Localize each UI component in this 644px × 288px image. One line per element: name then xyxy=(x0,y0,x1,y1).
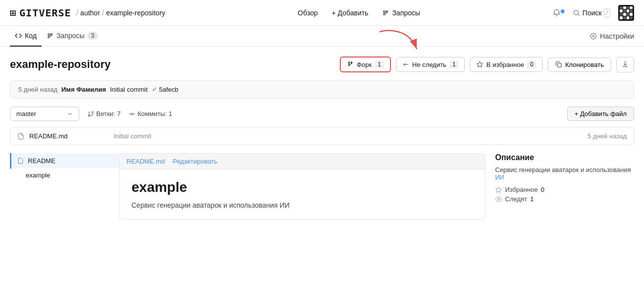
readme-description: Сервис генерации аватарок и использовани… xyxy=(131,201,473,209)
search-icon xyxy=(573,9,580,17)
readme-nav-bar: README.md Редактировать xyxy=(119,153,485,169)
branches-count: 7 xyxy=(117,110,121,117)
nav-overview[interactable]: Обзор xyxy=(298,9,318,17)
avatar[interactable] xyxy=(618,5,634,21)
fork-btn-icon xyxy=(347,61,354,68)
sidebar-stat-favorite: Избранное 0 xyxy=(495,186,634,193)
svg-point-0 xyxy=(574,10,579,14)
repo-title: example-repository xyxy=(10,58,340,71)
fork-btn-wrapper: Форк 1 xyxy=(340,57,391,72)
file-commit-msg: Initial commit xyxy=(114,132,582,140)
sidebar-desc-text: Сервис генерации аватарок и использовани… xyxy=(495,166,631,173)
nav-requests[interactable]: Запросы xyxy=(382,9,420,17)
tab-requests-label: Запросы xyxy=(57,32,84,40)
branches-label: Ветки: xyxy=(96,110,115,117)
clone-label: Клонировать xyxy=(565,61,604,68)
svg-point-3 xyxy=(131,113,133,115)
file-list: README.md Initial commit 5 дней назад xyxy=(10,127,634,145)
sidebar-stat-followers: Следят 1 xyxy=(495,195,634,203)
unfollow-icon xyxy=(402,61,409,68)
sidebar-favorite-label: Избранное xyxy=(505,186,538,193)
favorite-count: 0 xyxy=(527,60,536,68)
chevron-down-icon xyxy=(67,111,73,117)
fork-btn-label: Форк xyxy=(357,61,372,68)
content-area: README example README.md Редактировать e… xyxy=(10,153,634,220)
sidebar-desc: Сервис генерации аватарок и использовани… xyxy=(495,166,634,181)
repo-header: example-repository Форк 1 xyxy=(10,57,634,72)
fork-btn[interactable]: Форк 1 xyxy=(340,57,391,72)
check-icon: ✓ xyxy=(152,86,157,93)
branch-meta: Ветки: 7 Коммиты: 1 xyxy=(87,110,172,117)
topnav-center: Обзор + Добавить Запросы xyxy=(165,9,553,17)
favorite-label: В избранное xyxy=(486,61,524,68)
topnav: ⊞ GITVERSE / author / example-repository… xyxy=(0,0,644,26)
bell-badge xyxy=(561,9,565,13)
commit-message: Initial commit xyxy=(110,86,148,93)
sidebar-desc-link[interactable]: ИИ xyxy=(495,173,505,181)
file-name[interactable]: README.md xyxy=(29,132,109,140)
file-time: 5 дней назад xyxy=(587,132,627,140)
tab-code-label: Код xyxy=(25,32,37,40)
sidebar: Описание Сервис генерации аватарок и исп… xyxy=(495,153,634,220)
sidebar-star-icon xyxy=(495,186,502,193)
download-btn[interactable] xyxy=(616,57,634,72)
readme-nav-readme[interactable]: README xyxy=(10,153,119,169)
main-content: example-repository Форк 1 xyxy=(0,47,644,230)
topnav-right: Поиск / xyxy=(553,5,634,21)
favorite-btn[interactable]: В избранное 0 xyxy=(470,57,543,72)
commit-hash-value[interactable]: 5afecb xyxy=(159,86,179,93)
commit-author[interactable]: Имя Фамилия xyxy=(62,86,106,93)
fork-tab-icon xyxy=(47,32,54,39)
readme-edit-btn[interactable]: Редактировать xyxy=(173,158,217,165)
readme-title: example xyxy=(131,179,473,195)
star-icon xyxy=(476,61,483,68)
commits-label: Коммиты: xyxy=(137,110,167,117)
readme-left-nav: README example xyxy=(10,153,119,220)
fork-btn-count: 1 xyxy=(375,60,384,68)
logo[interactable]: ⊞ GITVERSE xyxy=(10,7,71,19)
add-file-btn[interactable]: + Добавить файл xyxy=(567,107,634,121)
settings-btn[interactable]: Настройки xyxy=(590,32,634,40)
search-shortcut: / xyxy=(604,8,610,17)
unfollow-btn[interactable]: Не следить 1 xyxy=(396,57,465,72)
sidebar-title: Описание xyxy=(495,153,634,162)
commit-time: 5 дней назад xyxy=(18,86,58,93)
svg-point-4 xyxy=(498,198,500,200)
tab-requests-badge: 3 xyxy=(87,32,98,40)
readme-area: README example README.md Редактировать e… xyxy=(10,153,485,220)
file-icon xyxy=(17,133,24,140)
commits-icon xyxy=(129,111,135,117)
branch-name: master xyxy=(16,110,36,117)
branches-count-item: Ветки: 7 xyxy=(87,110,121,117)
sidebar-followers-label: Следят xyxy=(505,195,527,203)
unfollow-label: Не следить xyxy=(412,61,447,68)
clone-btn[interactable]: Клонировать xyxy=(548,58,611,72)
readme-body: example Сервис генерации аватарок и испо… xyxy=(119,169,485,220)
tab-code[interactable]: Код xyxy=(10,26,42,47)
code-icon xyxy=(15,32,22,39)
settings-label: Настройки xyxy=(600,32,634,40)
bell-icon xyxy=(553,9,561,17)
svg-rect-2 xyxy=(558,63,562,67)
sidebar-followers-count: 1 xyxy=(530,195,534,203)
search-btn[interactable]: Поиск / xyxy=(573,8,610,17)
breadcrumb-sep2: / xyxy=(102,8,104,17)
breadcrumb-author[interactable]: author xyxy=(80,9,100,17)
tab-requests[interactable]: Запросы 3 xyxy=(42,26,103,47)
branches-icon xyxy=(87,111,94,117)
branch-select[interactable]: master xyxy=(10,107,79,121)
breadcrumb: ⊞ GITVERSE / author / example-repository xyxy=(10,7,165,19)
commits-count-item: Коммиты: 1 xyxy=(129,110,172,117)
commits-count: 1 xyxy=(169,110,172,117)
fork-icon xyxy=(382,9,389,16)
readme-nav-example[interactable]: example xyxy=(10,169,119,182)
download-icon xyxy=(622,60,629,67)
nav-add[interactable]: + Добавить xyxy=(331,9,368,17)
repo-actions: Форк 1 Не следить 1 В избранное 0 Клонир… xyxy=(340,57,634,72)
settings-icon xyxy=(590,33,597,40)
breadcrumb-repo[interactable]: example-repository xyxy=(106,9,165,17)
commit-bar: 5 дней назад Имя Фамилия Initial commit … xyxy=(10,80,634,99)
readme-file-link[interactable]: README.md xyxy=(127,158,165,165)
bell-btn[interactable] xyxy=(553,9,565,17)
readme-nav-readme-label: README xyxy=(28,157,56,165)
